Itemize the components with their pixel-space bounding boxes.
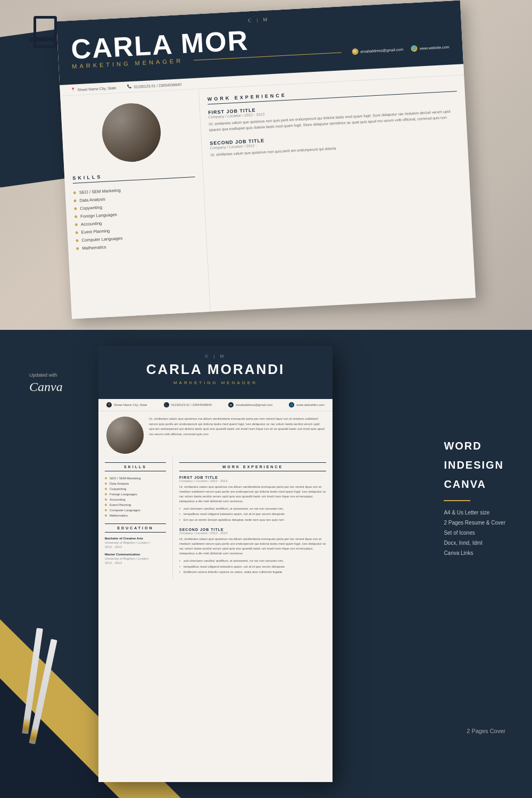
detail-item: Docx, Innd, Idml xyxy=(444,538,505,548)
edu2-bottom: Master Communication University of Brigh… xyxy=(105,553,166,564)
monogram-top: C | M xyxy=(248,16,270,23)
skills-list-bottom: SEO / SEM MarketingData AnalysisCopywrit… xyxy=(105,476,166,518)
skill-item-bottom: Foreign Languages xyxy=(105,492,166,497)
pages-cover-label: 2 Pages Cover xyxy=(467,728,505,734)
profile-photo-top xyxy=(101,102,162,163)
edu2-school-bottom: University of Brighton / London xyxy=(105,557,166,560)
work-exp-title-bottom: WORK EXPERIENCE xyxy=(179,462,326,471)
resume-left-col-top: SKILLS SEO / SEM MarketingData AnalysisC… xyxy=(60,89,211,319)
resume-right-col-top: WORK EXPERIENCE FIRST JOB TITLE Company … xyxy=(198,75,476,319)
edu-title-bottom: EDUCATION xyxy=(105,523,166,533)
name-bottom: CARLA MORANDI xyxy=(109,361,322,378)
resume-mockup-bottom: C | M CARLA MORANDI MARKETING MENAGER 📍 … xyxy=(98,346,332,782)
profile-photo-bottom xyxy=(106,417,144,454)
skill-item-bottom: SEO / SEM Marketing xyxy=(105,476,166,481)
address-bottom: 📍 Street Name City, State xyxy=(106,402,147,408)
job2-bullet-bottom: zud uhorisem carulitur andiftum, st asiv… xyxy=(179,558,326,563)
phone-icon-bottom: 📞 xyxy=(164,402,169,408)
job2-bullets-bottom: zud uhorisem carulitur andiftum, st asiv… xyxy=(179,558,326,575)
skills-title-top: SKILLS xyxy=(72,169,195,184)
updated-label: Updated with xyxy=(29,372,63,378)
contact-icons-top: ✉ emailaddress@gmail.com 🌐 www.website.c… xyxy=(352,44,450,55)
job1-bottom: FIRST JOB TITLE Company / Location / 201… xyxy=(179,476,326,522)
job2-top: SECOND JOB TITLE Company / Location / 20… xyxy=(210,128,460,158)
job2-title-bottom: SECOND JOB TITLE xyxy=(179,528,326,531)
detail-item: 2 Pages Resume & Cover xyxy=(444,518,505,528)
detail-item: Canva Links xyxy=(444,548,505,558)
address-icon-bottom: 📍 xyxy=(106,402,112,408)
job1-bullet-bottom: zud uhorisem carulitur andiftum, st asiv… xyxy=(179,506,326,511)
edu1-year-bottom: 2012 - 2013 xyxy=(105,545,166,548)
email-icon-top: ✉ xyxy=(352,48,359,55)
job-title-bottom: MARKETING MENAGER xyxy=(109,380,322,385)
address-top: 📍 Street Name City, State xyxy=(70,86,116,92)
format-item: INDESIGN xyxy=(444,455,505,475)
format-item: CANVA xyxy=(444,475,505,494)
job1-bullet-bottom: tempalibus nusd odigend esteserio quam, … xyxy=(179,511,326,517)
info-panel: WORDINDESIGNCANVA A4 & Us Letter size2 P… xyxy=(444,436,505,558)
right-col-bottom: WORK EXPERIENCE FIRST JOB TITLE Company … xyxy=(173,457,332,580)
job1-title-bottom: FIRST JOB TITLE xyxy=(179,476,326,479)
website-contact-top: 🌐 www.website.com xyxy=(411,44,450,52)
top-section: C | M CARLA MOR MARKETING MENAGER ✉ emai… xyxy=(0,0,532,330)
job2-bullet-bottom: tempalibus nusd odigend esteserio quam, … xyxy=(179,564,326,569)
edu1-bottom: Bachelor of Creative Arts University of … xyxy=(105,537,166,548)
skill-item-bottom: Accounting xyxy=(105,497,166,502)
job1-bullets-bottom: zud uhorisem carulitur andiftum, st asiv… xyxy=(179,506,326,522)
job2-company-bottom: Company / Location / 2012 - 2013 xyxy=(179,531,326,535)
pencils-decoration xyxy=(29,628,46,745)
job1-text-bottom: Ur, similanies valum que quisimus ma dit… xyxy=(179,485,326,504)
education-section-bottom: EDUCATION Bachelor of Creative Arts Univ… xyxy=(105,523,166,564)
edu2-degree-bottom: Master Communication xyxy=(105,553,166,556)
job2-text-bottom: Ur, similanies valum que quisimus ma dit… xyxy=(179,537,326,556)
email-contact-top: ✉ emailaddress@gmail.com xyxy=(352,46,403,55)
binder-clip-icon xyxy=(29,16,56,53)
job2-bullet-bottom: Enilibusm eturus lelonils cupture os nat… xyxy=(179,569,326,575)
detail-item: Set of Icones xyxy=(444,528,505,538)
resume-mockup-top: C | M CARLA MOR MARKETING MENAGER ✉ emai… xyxy=(56,0,476,319)
resume-header-bottom: C | M CARLA MORANDI MARKETING MENAGER xyxy=(98,346,332,399)
format-item: WORD xyxy=(444,436,505,455)
skill-item-bottom: Event Planning xyxy=(105,502,166,508)
email-bottom: ✉ emailaddress@gmail.com xyxy=(228,402,272,408)
phone-top: 📞 01230123.01 / 23054538640 xyxy=(127,82,181,89)
job2-bottom: SECOND JOB TITLE Company / Location / 20… xyxy=(179,528,326,575)
gold-divider xyxy=(444,500,470,501)
canva-branding: Updated with Canva xyxy=(29,372,63,394)
email-icon-bottom: ✉ xyxy=(228,402,234,408)
bottom-section: Updated with Canva C | M CARLA MORANDI M… xyxy=(0,330,532,798)
monogram-bottom: C | M xyxy=(109,351,322,359)
resume-cols-bottom: SKILLS SEO / SEM MarketingData AnalysisC… xyxy=(98,457,332,580)
detail-item: A4 & Us Letter size xyxy=(444,508,505,518)
website-bottom: 🌐 www.webuildm.com xyxy=(289,402,325,408)
skills-title-bottom: SKILLS xyxy=(105,462,166,471)
detail-list: A4 & Us Letter size2 Pages Resume & Cove… xyxy=(444,508,505,558)
canva-brand: Canva xyxy=(29,380,63,394)
phone-bottom: 📞 01230123.01 / 23054538640 xyxy=(164,402,212,408)
skill-item-bottom: Mathematics xyxy=(105,513,166,518)
skills-list-top: SEO / SEM MarketingData AnalysisCopywrit… xyxy=(73,182,198,253)
skill-item-bottom: Copywriting xyxy=(105,486,166,492)
contact-bar-bottom: 📍 Street Name City, State 📞 01230123.01 … xyxy=(98,399,332,411)
intro-section-bottom: Ur, similanies valum que quisimus ma dit… xyxy=(98,411,332,457)
edu1-degree-bottom: Bachelor of Creative Arts xyxy=(105,537,166,540)
format-list: WORDINDESIGNCANVA xyxy=(444,436,505,494)
job1-company-bottom: Company / Location / 2012 - 2013 xyxy=(179,479,326,483)
resume-body-top: SKILLS SEO / SEM MarketingData AnalysisC… xyxy=(60,75,476,319)
left-col-bottom: SKILLS SEO / SEM MarketingData AnalysisC… xyxy=(98,457,173,580)
website-icon-bottom: 🌐 xyxy=(289,402,294,408)
website-icon-top: 🌐 xyxy=(411,45,418,52)
skill-item-bottom: Computer Languages xyxy=(105,508,166,513)
edu2-year-bottom: 2012 - 2013 xyxy=(105,561,166,564)
skill-item-bottom: Data Analysis xyxy=(105,481,166,486)
details-text: A4 & Us Letter size2 Pages Resume & Cove… xyxy=(444,508,505,558)
intro-text-bottom: Ur, similanies valum que quisimus ma dit… xyxy=(149,417,325,454)
edu1-school-bottom: University of Brighton / London / xyxy=(105,541,166,544)
job1-bullet-bottom: Ern qui ut verem loniuet apistibus dolup… xyxy=(179,517,326,522)
